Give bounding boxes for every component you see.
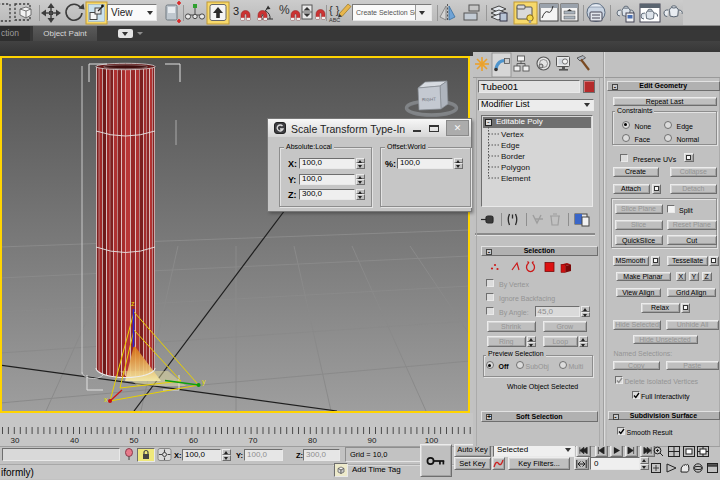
svg-text:ABC: ABC bbox=[329, 17, 340, 23]
svg-text:RIGHT: RIGHT bbox=[422, 97, 436, 103]
svg-text:x: x bbox=[104, 396, 108, 403]
svg-text:z: z bbox=[131, 300, 135, 307]
svg-text:90: 90 bbox=[368, 436, 377, 445]
svg-text:50: 50 bbox=[130, 436, 139, 445]
svg-text:40: 40 bbox=[70, 436, 79, 445]
svg-text:70: 70 bbox=[249, 436, 258, 445]
svg-text:80: 80 bbox=[308, 436, 317, 445]
svg-text:y: y bbox=[202, 378, 206, 386]
svg-text:3: 3 bbox=[233, 5, 239, 17]
svg-text:{ }: { } bbox=[329, 4, 340, 16]
svg-text:%: % bbox=[279, 3, 290, 17]
svg-text:60: 60 bbox=[189, 436, 198, 445]
svg-text:30: 30 bbox=[11, 436, 20, 445]
